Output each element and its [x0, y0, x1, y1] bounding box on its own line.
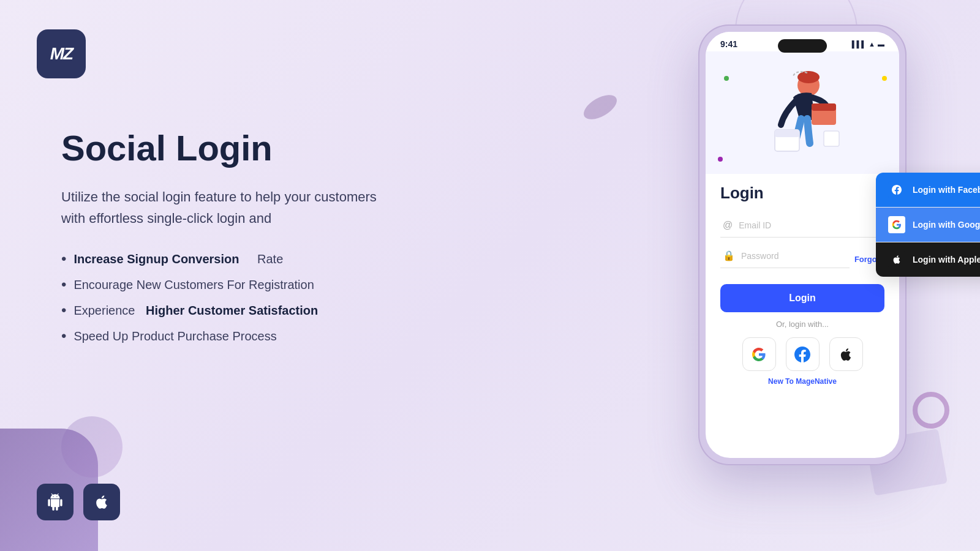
login-button[interactable]: Login [720, 284, 884, 312]
google-social-btn[interactable] [742, 337, 776, 371]
feature-bold-3: Higher Customer Satisfaction [146, 304, 318, 318]
lock-icon: 🔒 [723, 250, 735, 261]
dynamic-island [778, 39, 827, 53]
feature-item-4: Speed Up Product Purchase Process [61, 328, 490, 345]
password-placeholder: Password [741, 251, 778, 261]
svg-rect-3 [812, 103, 836, 111]
status-icons: ▌▌▌ ▲ ▬ [852, 40, 884, 48]
facebook-popup-icon [888, 181, 905, 198]
android-icon[interactable] [37, 484, 74, 520]
logo-text: MZ [50, 44, 72, 64]
email-field[interactable]: @ Email ID [720, 214, 884, 238]
apple-popup-icon [888, 251, 905, 268]
bg-ring [913, 392, 949, 429]
phone-illustration [706, 51, 899, 174]
wifi-icon: ▲ [869, 40, 875, 48]
email-icon: @ [723, 220, 733, 231]
feature-text-4: Speed Up Product Purchase Process [74, 329, 276, 343]
feature-text-3a: Experience [74, 304, 138, 318]
feature-list: Increase Signup Conversion Rate Encourag… [61, 250, 490, 345]
feature-bold-1: Increase Signup Conversion [74, 252, 239, 266]
google-login-button[interactable]: Login with Google [876, 208, 980, 242]
feature-text-2: Encourage New Customers For Registration [74, 278, 314, 292]
svg-rect-6 [824, 131, 839, 146]
email-placeholder: Email ID [739, 220, 771, 230]
login-heading: Login [720, 184, 884, 203]
dot-purple [718, 157, 723, 162]
status-time: 9:41 [720, 39, 737, 49]
google-popup-label: Login with Google [913, 220, 980, 230]
social-icons-row [720, 337, 884, 371]
or-divider: Or, login with... [720, 320, 884, 329]
phone-screen: 9:41 ▌▌▌ ▲ ▬ [706, 32, 899, 458]
google-popup-icon [888, 216, 905, 233]
facebook-login-button[interactable]: Login with Facebook [876, 173, 980, 207]
phone-mockup: 9:41 ▌▌▌ ▲ ▬ [698, 24, 907, 465]
facebook-social-btn[interactable] [786, 337, 820, 371]
svg-point-1 [797, 71, 820, 83]
apple-login-button[interactable]: Login with Apple [876, 242, 980, 277]
app-logo: MZ [37, 29, 86, 78]
feature-rest-1: Rate [257, 252, 283, 266]
page-title: Social Login [61, 129, 490, 168]
left-content: Social Login Utilize the social login fe… [61, 129, 490, 353]
apple-icon[interactable] [83, 484, 120, 520]
phone-frame: 9:41 ▌▌▌ ▲ ▬ [698, 24, 907, 465]
apple-popup-label: Login with Apple [913, 255, 980, 264]
apple-social-btn[interactable] [829, 337, 863, 371]
page-description: Utilize the social login feature to help… [61, 186, 404, 229]
feature-item-3: Experience Higher Customer Satisfaction [61, 302, 490, 319]
social-login-popup: Login with Facebook Login with Google L [876, 173, 980, 277]
dot-green [724, 76, 729, 81]
facebook-popup-label: Login with Facebook [913, 185, 980, 195]
signal-icon: ▌▌▌ [852, 40, 866, 48]
phone-login-form: Login @ Email ID 🔒 Password Forgot? Logi… [706, 174, 899, 395]
password-row: 🔒 Password Forgot? [720, 244, 884, 274]
person-illustration [753, 64, 851, 162]
feature-item-1: Increase Signup Conversion Rate [61, 250, 490, 268]
dot-yellow [882, 76, 887, 81]
password-field[interactable]: 🔒 Password [720, 244, 850, 268]
bg-circle-purple [61, 416, 123, 478]
feature-item-2: Encourage New Customers For Registration [61, 276, 490, 293]
battery-icon: ▬ [878, 40, 884, 48]
svg-rect-5 [775, 130, 799, 137]
bg-oval [580, 90, 621, 124]
platform-icons [37, 484, 120, 520]
new-user-label: New To MageNative [720, 377, 884, 386]
